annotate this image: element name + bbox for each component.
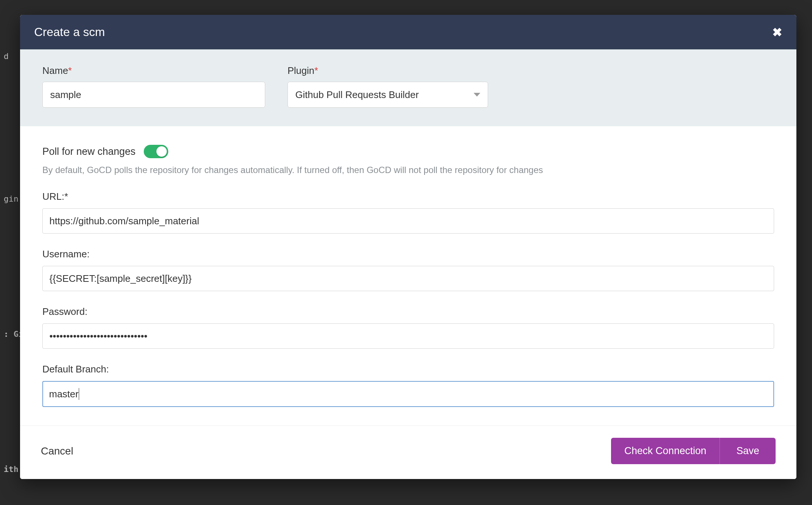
plugin-field-group: Plugin* Github Pull Requests Builder bbox=[288, 65, 488, 108]
app-viewport: d : gin l : Gi ith Create a scm ✖ Name* … bbox=[0, 0, 812, 505]
password-field-group: Password: bbox=[42, 306, 774, 349]
poll-toggle-row: Poll for new changes bbox=[42, 145, 774, 158]
url-label: URL:* bbox=[42, 191, 774, 202]
name-label: Name* bbox=[42, 65, 265, 76]
username-label: Username: bbox=[42, 248, 774, 260]
toggle-knob bbox=[156, 146, 167, 157]
plugin-selected-value: Github Pull Requests Builder bbox=[295, 89, 419, 101]
footer-button-group: Check Connection Save bbox=[611, 438, 776, 464]
name-input[interactable] bbox=[42, 82, 265, 108]
password-input[interactable] bbox=[42, 323, 774, 349]
poll-toggle[interactable] bbox=[144, 145, 168, 158]
modal-title: Create a scm bbox=[34, 25, 105, 39]
save-button[interactable]: Save bbox=[720, 438, 776, 464]
text-cursor bbox=[79, 388, 79, 400]
name-field-group: Name* bbox=[42, 65, 265, 108]
default-branch-field-group: Default Branch: master bbox=[42, 364, 774, 407]
password-label: Password: bbox=[42, 306, 774, 317]
default-branch-input[interactable]: master bbox=[42, 381, 774, 407]
chevron-down-icon bbox=[474, 93, 480, 97]
create-scm-modal: Create a scm ✖ Name* Plugin* Github Pull… bbox=[20, 15, 796, 479]
default-branch-value: master bbox=[49, 388, 78, 400]
url-input[interactable] bbox=[42, 208, 774, 234]
cancel-button[interactable]: Cancel bbox=[41, 445, 73, 457]
plugin-label: Plugin* bbox=[288, 65, 488, 76]
username-field-group: Username: bbox=[42, 248, 774, 291]
poll-label: Poll for new changes bbox=[42, 146, 136, 157]
check-connection-button[interactable]: Check Connection bbox=[611, 438, 720, 464]
close-icon[interactable]: ✖ bbox=[772, 26, 782, 38]
modal-top-section: Name* Plugin* Github Pull Requests Build… bbox=[20, 49, 796, 126]
plugin-select[interactable]: Github Pull Requests Builder bbox=[288, 82, 488, 108]
url-field-group: URL:* bbox=[42, 191, 774, 234]
modal-body-section: Poll for new changes By default, GoCD po… bbox=[20, 126, 796, 426]
default-branch-label: Default Branch: bbox=[42, 364, 774, 375]
modal-header: Create a scm ✖ bbox=[20, 15, 796, 49]
poll-help-text: By default, GoCD polls the repository fo… bbox=[42, 165, 774, 175]
modal-footer: Cancel Check Connection Save bbox=[20, 426, 796, 479]
username-input[interactable] bbox=[42, 266, 774, 291]
